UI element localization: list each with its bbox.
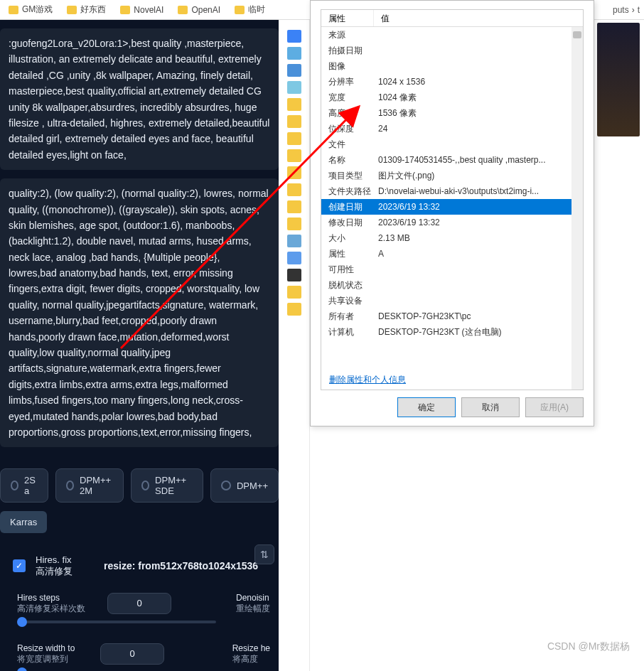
swap-dimensions-button[interactable]: ⇅ [254,544,274,564]
negative-prompt[interactable]: quality:2), (low quality:2), (normal qua… [0,178,279,447]
prop-size: 2.13 MB [374,233,583,243]
folder-icon[interactable] [287,132,301,145]
watermark: CSDN @Mr数据杨 [547,640,630,653]
explorer-tree[interactable] [279,20,310,671]
prop-created: 2023/6/19 13:32 [374,202,583,212]
prop-bitdepth: 24 [374,124,583,134]
prop-name: 01309-1740531455-,,best quality ,masterp… [374,155,583,165]
webui-panel: :guofeng2Lora_v20Lora:1>,best quality ,m… [0,20,279,671]
desktop-icon[interactable] [287,47,301,60]
resize-width-value[interactable]: 0 [100,643,164,665]
properties-header: 属性 值 [321,10,583,27]
folder-icon [9,6,18,14]
bookmark-item[interactable]: GM游戏 [9,4,53,16]
thumbnail-column [594,20,644,418]
sampler-dpm2m[interactable]: DPM++ 2M [55,468,124,503]
folder-icon [235,6,245,14]
thispc-icon[interactable] [287,235,301,247]
hires-fix-checkbox[interactable]: ✓ [13,559,26,572]
quick-access-icon[interactable] [287,30,301,43]
bookmark-item[interactable]: NovelAI [120,5,163,15]
group-image: 图像 [321,60,374,73]
folder-icon[interactable] [287,115,301,128]
bookmark-item[interactable]: 临时 [235,4,265,16]
folder-icon[interactable] [287,286,301,299]
prop-folderpath: D:\novelai-webui-aki-v3\outputs\txt2img-… [374,186,583,196]
positive-prompt[interactable]: :guofeng2Lora_v20Lora:1>,best quality ,m… [0,28,279,170]
prop-row-selected[interactable]: 创建日期2023/6/19 13:32 [321,199,583,215]
remove-properties-link[interactable]: 删除属性和个人信息 [329,374,406,386]
prop-width: 1024 像素 [374,92,583,104]
folder-icon [120,6,130,14]
prop-modified: 2023/6/19 13:32 [374,218,583,227]
folder-icon [67,6,77,14]
folder-icon[interactable] [287,303,301,316]
prop-owner: DESKTOP-7GH23KT\pc [374,311,583,321]
folder-icon[interactable] [287,98,301,111]
folder-icon[interactable] [287,183,301,196]
apply-button[interactable]: 应用(A) [525,397,584,417]
resize-height-label: Resize he 将高度 [232,643,270,665]
prop-shootdate: 拍摄日期 [321,45,374,57]
hires-steps-label: Hires steps 高清修复采样次数 [17,593,85,615]
folder-icon [178,6,188,14]
hires-steps-slider[interactable] [17,621,216,623]
prop-itemtype: 图片文件(.png) [374,170,583,182]
resize-width-label: Resize width to 将宽度调整到 [17,643,75,665]
hires-steps-value[interactable]: 0 [107,593,171,614]
sampler-options: 2S a DPM++ 2M DPM++ SDE DPM++ [0,468,279,503]
folder-icon[interactable] [287,166,301,179]
prop-attrs: A [374,249,583,259]
prop-computer: DESKTOP-7GH23KT (这台电脑) [374,326,583,338]
bookmark-item[interactable]: 好东西 [67,4,106,16]
cancel-button[interactable]: 取消 [461,397,520,417]
folder-icon[interactable] [287,149,301,162]
denoise-label: Denoisin 重绘幅度 [236,593,270,615]
resize-info: resize: from512x768to1024x1536 [104,560,258,571]
karras-badge[interactable]: Karras [0,511,47,533]
linux-icon[interactable] [287,269,301,281]
sampler-2sa[interactable]: 2S a [0,468,48,503]
sampler-dpmsde[interactable]: DPM++ SDE [131,468,203,503]
image-thumbnail[interactable] [597,23,640,136]
prop-height: 1536 像素 [374,107,583,119]
downloads-icon[interactable] [287,64,301,77]
sampler-dpm[interactable]: DPM++ [210,468,279,503]
properties-dialog: 属性 值 来源 拍摄日期 图像 分辨率1024 x 1536 宽度1024 像素… [310,0,594,426]
bookmark-item[interactable]: OpenAI [178,5,220,15]
ok-button[interactable]: 确定 [397,397,456,417]
network-icon[interactable] [287,252,301,264]
group-file: 文件 [321,139,374,151]
group-source: 来源 [321,29,374,41]
properties-scrollbar[interactable] [571,27,583,390]
prop-resolution: 1024 x 1536 [374,77,583,87]
folder-icon[interactable] [287,200,301,213]
documents-icon[interactable] [287,81,301,94]
folder-icon[interactable] [287,218,301,230]
hires-fix-label: Hires. fix 高清修复 [36,554,73,576]
